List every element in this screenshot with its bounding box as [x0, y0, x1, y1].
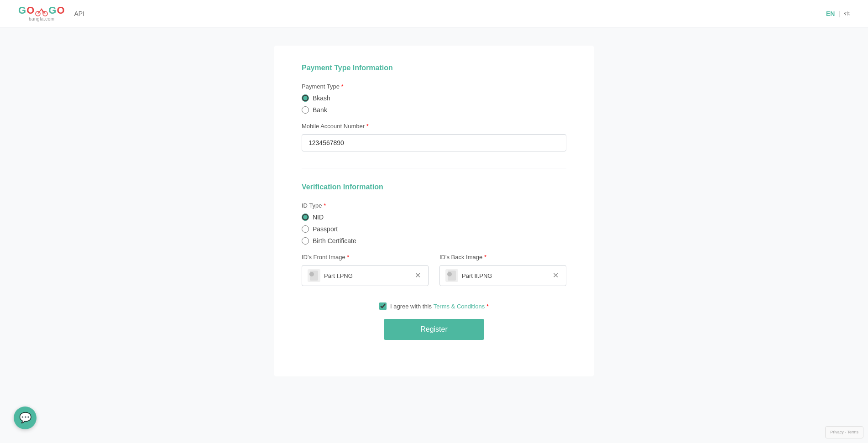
lang-separator: |: [838, 10, 840, 17]
svg-rect-6: [448, 271, 454, 279]
payment-radio-bkash-input[interactable]: [302, 94, 309, 102]
terms-text: I agree with this Terms & Conditions *: [390, 303, 489, 310]
register-button-wrap: Register: [302, 319, 566, 340]
payment-section: Payment Type Information Payment Type * …: [302, 64, 566, 151]
svg-point-5: [311, 276, 316, 279]
back-file-remove-button[interactable]: ✕: [551, 271, 560, 280]
id-radio-passport-input[interactable]: [302, 225, 309, 233]
logo-go1: G: [18, 5, 26, 16]
header: GOGO bangla.com API EN | বাং: [0, 0, 868, 27]
svg-point-8: [449, 276, 454, 279]
front-image-upload-box[interactable]: Part I.PNG ✕: [302, 265, 429, 286]
svg-point-7: [449, 273, 451, 276]
logo[interactable]: GOGO bangla.com: [18, 5, 65, 21]
terms-row: I agree with this Terms & Conditions *: [302, 302, 566, 310]
terms-link[interactable]: Terms & Conditions: [434, 303, 486, 310]
id-type-radio-group: NID Passport Birth Certificate: [302, 214, 566, 245]
id-radio-birth-certificate-label: Birth Certificate: [313, 237, 356, 245]
payment-radio-bank[interactable]: Bank: [302, 106, 566, 114]
id-radio-nid[interactable]: NID: [302, 214, 566, 221]
register-button[interactable]: Register: [384, 319, 484, 340]
back-image-group: ID's Back Image * Part II.PNG: [439, 254, 566, 286]
lang-en-button[interactable]: EN: [826, 10, 835, 17]
main-content: Payment Type Information Payment Type * …: [274, 46, 594, 376]
back-file-info: Part II.PNG: [445, 269, 492, 282]
svg-point-2: [41, 8, 42, 10]
lang-bn-button[interactable]: বাং: [844, 10, 850, 17]
verification-section: Verification Information ID Type * NID P…: [302, 183, 566, 286]
logo-cycle-icon: [35, 6, 48, 16]
svg-rect-3: [310, 271, 316, 279]
logo-sub: bangla.com: [29, 16, 55, 21]
terms-checkbox[interactable]: [379, 302, 387, 310]
payment-type-label: Payment Type *: [302, 83, 566, 90]
id-radio-birth-certificate-input[interactable]: [302, 237, 309, 245]
logo-o2: O: [57, 5, 65, 16]
payment-radio-bkash-label: Bkash: [313, 94, 330, 102]
verification-section-title: Verification Information: [302, 183, 566, 191]
id-radio-birth-certificate[interactable]: Birth Certificate: [302, 237, 566, 245]
logo-o1: O: [26, 5, 35, 16]
section-divider: [302, 168, 566, 168]
payment-type-radio-group: Bkash Bank: [302, 94, 566, 114]
logo-mark: GOGO: [18, 5, 65, 16]
svg-point-4: [311, 273, 314, 276]
front-file-icon: [309, 270, 319, 281]
id-radio-nid-input[interactable]: [302, 214, 309, 221]
back-image-label: ID's Back Image *: [439, 254, 566, 261]
front-file-remove-button[interactable]: ✕: [413, 271, 423, 280]
terms-required-mark: *: [486, 303, 489, 310]
back-file-icon: [446, 270, 457, 281]
front-image-label: ID's Front Image *: [302, 254, 429, 261]
payment-radio-bank-input[interactable]: [302, 106, 309, 114]
id-radio-passport-label: Passport: [313, 225, 338, 233]
back-image-upload-box[interactable]: Part II.PNG ✕: [439, 265, 566, 286]
id-type-label: ID Type *: [302, 202, 566, 209]
header-right: EN | বাং: [826, 10, 850, 17]
back-file-name: Part II.PNG: [462, 272, 492, 279]
mobile-account-input[interactable]: 1234567890: [302, 134, 566, 151]
header-left: GOGO bangla.com API: [18, 5, 84, 21]
payment-radio-bkash[interactable]: Bkash: [302, 94, 566, 102]
mobile-account-label: Mobile Account Number *: [302, 123, 566, 130]
file-upload-row: ID's Front Image * Part I.PNG: [302, 254, 566, 286]
front-image-group: ID's Front Image * Part I.PNG: [302, 254, 429, 286]
id-radio-nid-label: NID: [313, 214, 324, 221]
back-file-thumb: [445, 269, 458, 282]
logo-go2: G: [48, 5, 57, 16]
header-api-label: API: [74, 10, 85, 17]
front-file-thumb: [308, 269, 320, 282]
front-file-name: Part I.PNG: [324, 272, 353, 279]
id-radio-passport[interactable]: Passport: [302, 225, 566, 233]
logo-text: GOGO: [18, 5, 65, 16]
payment-section-title: Payment Type Information: [302, 64, 566, 72]
front-file-info: Part I.PNG: [308, 269, 353, 282]
payment-radio-bank-label: Bank: [313, 106, 327, 114]
